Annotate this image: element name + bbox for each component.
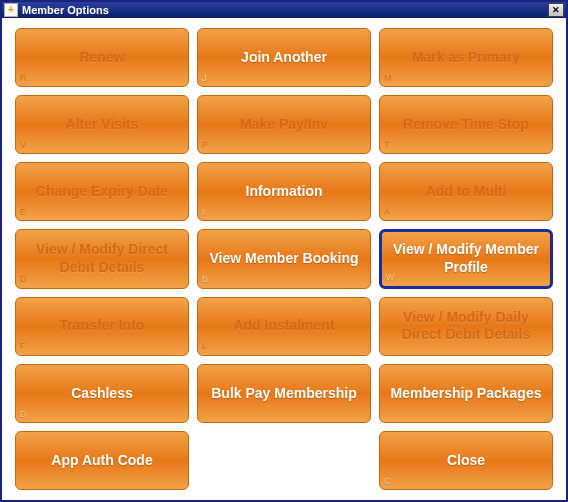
shortcut-key: D [20,409,27,420]
option-button-add-to-multi[interactable]: Add to MultiA [379,162,553,221]
button-label: Make Pay/Inv [240,116,328,134]
button-label: View / Modify Member Profile [390,241,542,276]
option-button-change-expiry-date[interactable]: Change Expiry DateE [15,162,189,221]
shortcut-key: T [384,140,390,151]
shortcut-key: L [202,341,207,352]
option-button-add-instalment[interactable]: Add InstalmentL [197,297,371,356]
button-label: View Member Booking [209,250,358,268]
option-button-membership-packages[interactable]: Membership Packages [379,364,553,423]
option-button-alter-visits[interactable]: Alter VisitsV [15,95,189,154]
shortcut-key: V [20,140,26,151]
shortcut-key: E [20,207,26,218]
button-label: Transfer Into [60,317,145,335]
option-button-view-modify-daily-direct-debit-details[interactable]: View / Modify Daily Direct Debit Details [379,297,553,356]
shortcut-key: A [384,207,390,218]
button-grid: RenewRJoin AnotherJMark as PrimaryMAlter… [15,28,553,490]
shortcut-key: P [202,140,208,151]
window-title: Member Options [22,4,548,16]
shortcut-key: B [202,274,208,285]
option-button-view-member-booking[interactable]: View Member BookingB [197,229,371,288]
option-button-cashless[interactable]: CashlessD [15,364,189,423]
shortcut-key: C [384,476,391,487]
option-button-app-auth-code[interactable]: App Auth Code [15,431,189,490]
button-label: Renew [79,49,124,67]
button-label: Add Instalment [233,317,334,335]
dialog-window: + Member Options ✕ RenewRJoin AnotherJMa… [0,0,568,502]
button-label: Membership Packages [391,385,542,403]
shortcut-key: F [20,341,26,352]
button-label: App Auth Code [51,452,152,470]
button-label: Close [447,452,485,470]
option-button-make-pay-inv[interactable]: Make Pay/InvP [197,95,371,154]
button-label: Change Expiry Date [36,183,168,201]
button-label: Join Another [241,49,327,67]
button-label: Add to Multi [426,183,507,201]
button-label: Cashless [71,385,132,403]
content-area: RenewRJoin AnotherJMark as PrimaryMAlter… [2,18,566,500]
button-label: Bulk Pay Membership [211,385,357,403]
button-label: Information [246,183,323,201]
button-label: Mark as Primary [412,49,520,67]
option-button-bulk-pay-membership[interactable]: Bulk Pay Membership [197,364,371,423]
option-button-join-another[interactable]: Join AnotherJ [197,28,371,87]
app-icon: + [4,3,18,17]
option-button-view-modify-direct-debit-details[interactable]: View / Modify Direct Debit DetailsD [15,229,189,288]
option-button-view-modify-member-profile[interactable]: View / Modify Member ProfileW [379,229,553,288]
option-button-remove-time-stop[interactable]: Remove Time StopT [379,95,553,154]
shortcut-key: R [20,73,27,84]
option-button-transfer-into[interactable]: Transfer IntoF [15,297,189,356]
button-label: Remove Time Stop [403,116,529,134]
shortcut-key: I [202,207,205,218]
shortcut-key: J [202,73,207,84]
option-button-mark-as-primary[interactable]: Mark as PrimaryM [379,28,553,87]
option-button-close[interactable]: CloseC [379,431,553,490]
button-label: Alter Visits [66,116,139,134]
shortcut-key: W [386,272,395,283]
button-label: View / Modify Direct Debit Details [24,241,180,276]
button-label: View / Modify Daily Direct Debit Details [388,309,544,344]
option-button-information[interactable]: InformationI [197,162,371,221]
titlebar: + Member Options ✕ [2,2,566,18]
close-icon[interactable]: ✕ [548,3,564,17]
shortcut-key: M [384,73,392,84]
option-button-renew[interactable]: RenewR [15,28,189,87]
shortcut-key: D [20,274,27,285]
